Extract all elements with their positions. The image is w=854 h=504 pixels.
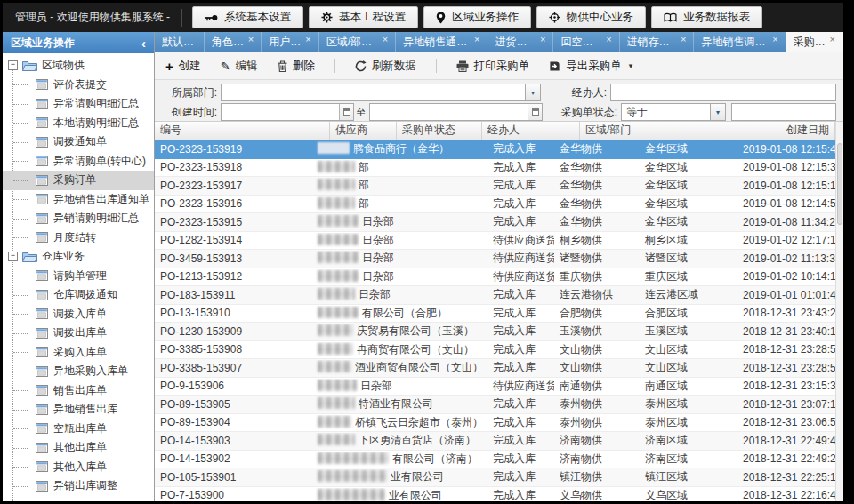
table-row[interactable]: PO-7-153900 业有限公司 完成入库 义乌物供 义乌区域 2018-12… <box>155 487 835 502</box>
close-tab-icon[interactable]: × <box>830 35 835 44</box>
tab[interactable]: 异地销售通知明细 × <box>396 32 487 52</box>
tab[interactable]: 进销存汇总表 × <box>620 32 695 52</box>
tab[interactable]: 区域/部门管理 × <box>319 32 397 52</box>
tree-item[interactable]: − 调拨出库单 <box>3 324 154 343</box>
tree-item[interactable]: − 请购单管理 <box>3 267 154 286</box>
column-header[interactable]: 创建日期 <box>781 122 835 140</box>
column-header[interactable]: 区域/部门 <box>580 122 781 140</box>
table-row[interactable]: PO-2323-153915 日杂部 完成入库 金华物供 金华区域 2019-0… <box>155 213 835 232</box>
table-row[interactable]: PO-1282-153914 日杂部 待供应商送货 桐乡物供 桐乡区域 2019… <box>155 232 835 251</box>
close-tab-icon[interactable]: × <box>540 35 545 44</box>
chevron-down-icon[interactable]: ▾ <box>525 84 540 100</box>
export-purchase-order-button[interactable]: 导出采购单 ▾ <box>549 59 632 74</box>
tab[interactable]: 角色管理 × <box>205 32 262 52</box>
tab[interactable]: 异地销售调整明细 × <box>694 32 786 52</box>
close-tab-icon[interactable]: × <box>248 35 254 44</box>
print-purchase-order-button[interactable]: 打印采购单 <box>456 59 530 74</box>
column-header[interactable]: 采购单状态 <box>397 122 482 140</box>
table-row[interactable]: PO-13-153910 有限公司（合肥） 完成入库 合肥物供 合肥区域 201… <box>155 305 835 324</box>
close-tab-icon[interactable]: × <box>606 35 611 44</box>
close-tab-icon[interactable]: × <box>681 35 686 44</box>
form-icon <box>36 385 48 396</box>
tree-item[interactable]: − 其他入库单 <box>3 458 154 477</box>
tree-item[interactable]: − 采购入库单 <box>3 343 154 363</box>
table-row[interactable]: PO-2323-153916 部 完成入库 金华物供 金华区域 2019-01-… <box>155 196 835 214</box>
create-button[interactable]: + 创建 <box>165 59 201 74</box>
tree-item[interactable]: − 调拨通知单 <box>3 132 154 152</box>
column-header[interactable]: 编号 <box>155 122 330 140</box>
date-to-input[interactable] <box>370 104 528 120</box>
tree-item[interactable]: − 评价表提交 <box>3 76 154 95</box>
table-row[interactable]: PO-14-153903 下区勇清百货店（济南） 完成入库 济南物供 济南区域 … <box>155 432 835 451</box>
column-header[interactable]: 供应商 <box>330 122 397 140</box>
scrollbar-thumb[interactable] <box>837 143 842 225</box>
tree-item[interactable]: − 空瓶出库单 <box>3 420 154 439</box>
business-reports-button[interactable]: 业务数据报表 <box>651 6 762 28</box>
tree-item[interactable]: − 异地采购入库单 <box>3 362 154 381</box>
table-row[interactable]: PO-2323-153918 部 完成入库 金华物供 金华区域 2019-01-… <box>155 159 835 178</box>
date-from-field[interactable] <box>221 103 354 121</box>
tree-item[interactable]: − 异常请购单(转中心) <box>3 152 154 172</box>
base-project-settings-button[interactable]: 基本工程设置 <box>309 6 418 28</box>
tree-item[interactable]: − 销售出库单 <box>3 381 154 401</box>
table-row[interactable]: PO-1230-153909 庆贸易有限公司（玉溪） 完成入库 玉溪物供 玉溪区… <box>155 323 835 341</box>
tree-item[interactable]: − 异销请购明细汇总 <box>3 209 154 228</box>
tree-item[interactable]: − 月度结转 <box>3 228 154 248</box>
table-row[interactable]: PO-105-153901 业有限公司 完成入库 镇江物供 镇江区域 2018-… <box>155 468 835 487</box>
tree-item[interactable]: − 其他出库单 <box>3 438 154 458</box>
tree-item[interactable]: − 异地销售出库通知单 <box>3 190 154 210</box>
tree-expander-icon[interactable]: − <box>8 60 18 70</box>
table-row[interactable]: PO-2323-153919 腾食品商行（金华） 完成入库 金华物供 金华区域 … <box>155 140 835 159</box>
table-row[interactable]: PO-14-153902 有限公司（济南） 完成入库 济南物供 济南区域 201… <box>155 451 835 469</box>
close-tab-icon[interactable]: × <box>474 35 479 44</box>
calendar-icon[interactable] <box>339 104 353 120</box>
tab[interactable]: 回空汇总表 × <box>553 32 619 52</box>
tree-expander-icon[interactable]: − <box>8 252 18 261</box>
date-from-input[interactable] <box>222 104 339 120</box>
status-value-input[interactable] <box>731 103 836 121</box>
system-settings-button[interactable]: 系统基本设置 <box>192 6 303 28</box>
delete-button[interactable]: 删除 <box>278 59 315 74</box>
regional-business-button[interactable]: 区域业务操作 <box>423 6 531 28</box>
edit-button[interactable]: ✎ 编辑 <box>221 59 258 74</box>
tree-item[interactable]: − 异地销售出库 <box>3 400 154 420</box>
tab[interactable]: 用户管理 × <box>262 32 318 52</box>
operator-input[interactable] <box>610 84 836 101</box>
vertical-scrollbar[interactable] <box>835 122 843 501</box>
collapse-sidebar-icon[interactable]: ‹ <box>141 36 146 50</box>
tree-item[interactable]: − 仓库调拨通知 <box>3 285 154 305</box>
table-row[interactable]: PO-2323-153917 部 完成入库 金华物供 金华区域 2019-01-… <box>155 177 835 196</box>
table-row[interactable]: PO-89-153904 桥镇飞云日杂超市（泰州） 完成入库 泰州物供 泰州区域… <box>155 414 835 433</box>
tab[interactable]: 进货汇总表 × <box>487 32 553 52</box>
status-operator-select[interactable]: 等于 ▾ <box>621 103 726 121</box>
dept-select[interactable]: ▾ <box>221 84 541 101</box>
tree-item[interactable]: − 区域物供 <box>3 56 154 76</box>
tree-item[interactable]: − 仓库业务 <box>3 247 154 267</box>
supply-center-button[interactable]: 物供中心业务 <box>536 6 646 28</box>
column-header[interactable]: 经办人 <box>482 122 580 140</box>
tree-item[interactable]: − 本地请购明细汇总 <box>3 114 154 133</box>
table-row[interactable]: PO-89-153905 特酒业有限公司 完成入库 泰州物供 泰州区域 2018… <box>155 396 835 414</box>
table-row[interactable]: PO-3385-153907 酒业商贸有限公司（文山） 完成入库 文山物供 文山… <box>155 359 835 378</box>
table-row[interactable]: PO-1213-153912 日杂部 待供应商送货 重庆物供 重庆区域 2019… <box>155 268 835 287</box>
table-row[interactable]: PO-3459-153913 日杂部 待供应商送货 诸暨物供 诸暨区域 2019… <box>155 250 835 268</box>
supplier-cell: 业有限公司 <box>312 469 487 484</box>
tab[interactable]: 默认首页 × <box>155 32 205 52</box>
close-tab-icon[interactable]: × <box>305 35 310 44</box>
tab[interactable]: 采购订单 × <box>786 32 843 52</box>
tree-item[interactable]: − 异常请购明细汇总 <box>3 94 154 114</box>
close-tab-icon[interactable]: × <box>772 35 777 44</box>
table-row[interactable]: PO-3385-153908 冉商贸有限公司（文山） 完成入库 文山物供 文山区… <box>155 341 835 360</box>
po-number-cell: PO-105-153901 <box>155 471 312 484</box>
tree-item[interactable]: − 异销出库调整 <box>3 476 154 496</box>
close-tab-icon[interactable]: × <box>383 35 388 44</box>
table-row[interactable]: PO-183-153911 日杂部 完成入库 连云港物供 连云港区域 2019-… <box>155 286 835 305</box>
chevron-down-icon[interactable]: ▾ <box>710 104 725 120</box>
tree-item[interactable]: − 调拨入库单 <box>3 305 154 324</box>
calendar-icon[interactable] <box>528 104 542 120</box>
refresh-button[interactable]: 刷新数据 <box>355 59 416 74</box>
status-cell: 完成入库 <box>487 178 554 193</box>
table-row[interactable]: PO-9-153906 日杂部 待供应商送货 南通物供 南通区域 2018-12… <box>155 378 835 396</box>
date-to-field[interactable] <box>369 103 543 121</box>
tree-item[interactable]: − 采购订单 <box>3 171 154 190</box>
